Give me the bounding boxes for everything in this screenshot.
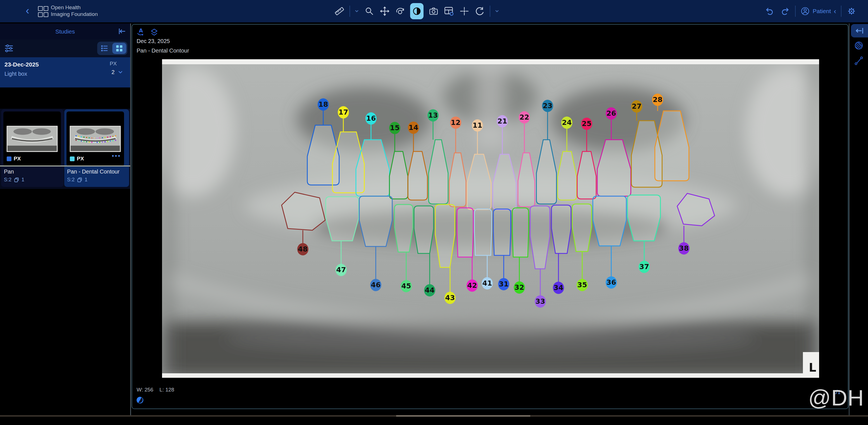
window-level-contrast-tool[interactable] (410, 3, 424, 19)
tooth-label-21[interactable]: 21 (497, 115, 508, 127)
tooth-label-26[interactable]: 26 (606, 107, 617, 120)
segmentation-sphere-icon[interactable] (854, 41, 864, 50)
svg-text:41: 41 (483, 279, 492, 287)
measure-ruler-icon[interactable] (334, 6, 345, 17)
filter-sliders-icon[interactable] (4, 43, 14, 53)
modality-color-square (7, 156, 11, 161)
tooth-label-12[interactable]: 12 (450, 117, 461, 129)
svg-text:28: 28 (653, 96, 663, 104)
tooth-label-37[interactable]: 37 (639, 261, 650, 273)
view-toggle-group (97, 42, 127, 55)
study-series-count: 2 (112, 69, 115, 75)
collapse-panel-icon[interactable] (118, 27, 126, 35)
tooth-label-48[interactable]: 48 (297, 243, 308, 255)
zoom-magnifier-icon[interactable] (364, 6, 375, 17)
svg-text:13: 13 (428, 111, 438, 119)
list-view-button[interactable] (98, 43, 111, 54)
tooth-label-46[interactable]: 46 (370, 279, 381, 291)
level-value: L: 128 (159, 387, 174, 393)
tooth-label-22[interactable]: 22 (519, 111, 530, 123)
tooth-label-27[interactable]: 27 (631, 100, 642, 113)
thumbnail-list: PX Pan S:2 1 (0, 109, 130, 189)
reset-cycle-icon[interactable] (474, 6, 485, 17)
patient-menu-button[interactable]: Patient ‹ (800, 6, 836, 16)
svg-text:45: 45 (401, 282, 411, 290)
viewport-series-title: Pan - Dental Contour (136, 48, 189, 54)
redo-icon[interactable] (780, 6, 790, 17)
image-viewport[interactable]: L 18171615141312112122232425262728484746… (132, 24, 848, 409)
xray-image: L 18171615141312112122232425262728484746… (132, 25, 848, 408)
tooth-label-33[interactable]: 33 (535, 295, 546, 308)
thumbnail-image-card[interactable]: PX (66, 112, 124, 166)
rotate-3d-icon[interactable] (395, 6, 405, 17)
sidebar-resize-gutter[interactable] (130, 24, 131, 416)
instances-count: 1 (85, 177, 88, 183)
expand-panel-button[interactable] (851, 24, 868, 37)
crosshairs-icon[interactable] (459, 6, 470, 17)
thumbnail-pan-dental-contour[interactable]: PX Pan - Dental Contour S:2 1 (64, 109, 129, 187)
tooth-label-15[interactable]: 15 (389, 122, 400, 134)
tooth-label-18[interactable]: 18 (318, 98, 329, 111)
tooth-label-43[interactable]: 43 (444, 292, 456, 304)
tooth-label-11[interactable]: 11 (472, 119, 483, 131)
tooth-label-14[interactable]: 14 (408, 122, 419, 134)
tooth-label-23[interactable]: 23 (542, 100, 553, 112)
thumbnail-xray-image-annotated (69, 125, 121, 152)
layout-grid-settings-icon[interactable] (444, 6, 454, 17)
svg-text:12: 12 (451, 119, 461, 127)
more-dots-icon[interactable] (111, 154, 121, 158)
tooth-label-31[interactable]: 31 (498, 278, 509, 290)
tooth-label-41[interactable]: 41 (482, 277, 493, 290)
viewport-corner-icons: A (136, 27, 159, 37)
svg-text:22: 22 (520, 113, 529, 121)
study-list-item[interactable]: 23-Dec-2025 Light box PX 2 (0, 57, 130, 87)
tooth-label-38[interactable]: 38 (678, 242, 689, 254)
logo-line2: Imaging Foundation (51, 11, 98, 18)
tooth-label-36[interactable]: 36 (606, 276, 617, 289)
reset-dropdown-chevron-icon[interactable] (495, 9, 499, 13)
thumbnail-pan[interactable]: PX Pan S:2 1 (1, 109, 64, 187)
tooth-label-44[interactable]: 44 (424, 284, 435, 297)
watermark-text: @DH (808, 385, 864, 411)
tooth-label-25[interactable]: 25 (581, 118, 592, 130)
grid-view-button[interactable] (112, 43, 126, 54)
tooth-label-42[interactable]: 42 (467, 279, 478, 292)
tooth-label-24[interactable]: 24 (561, 117, 572, 129)
pan-move-icon[interactable] (379, 6, 390, 17)
thumbnail-series-info: S:2 1 (4, 177, 24, 183)
probe-line-icon[interactable] (854, 56, 864, 65)
settings-gear-icon[interactable] (846, 6, 857, 17)
svg-text:27: 27 (632, 102, 642, 110)
study-description: Light box (4, 71, 27, 77)
window-level-contrast-icon[interactable] (136, 396, 144, 404)
instances-copy-icon (77, 177, 83, 183)
back-chevron-icon[interactable]: ‹ (26, 4, 29, 17)
tooth-label-13[interactable]: 13 (428, 109, 439, 122)
instances-count: 1 (22, 177, 24, 183)
svg-text:18: 18 (318, 100, 328, 109)
tooth-label-34[interactable]: 34 (553, 282, 564, 294)
toolbar-divider (490, 6, 490, 17)
tooth-label-17[interactable]: 17 (338, 106, 349, 119)
tooth-label-32[interactable]: 32 (514, 281, 525, 294)
auto-annotation-icon[interactable]: A (136, 27, 146, 37)
thumbnail-image-card[interactable]: PX (3, 112, 61, 166)
panel-resize-divider[interactable] (0, 165, 131, 166)
app-grid-logo-icon[interactable] (38, 6, 48, 17)
tooth-label-16[interactable]: 16 (365, 112, 377, 125)
tooth-label-35[interactable]: 35 (577, 279, 588, 291)
svg-text:38: 38 (679, 244, 689, 252)
study-date: 23-Dec-2025 (4, 61, 39, 68)
patient-label: Patient (813, 8, 831, 14)
chevron-down-icon[interactable] (118, 69, 123, 74)
svg-text:14: 14 (409, 123, 418, 131)
measure-dropdown-chevron-icon[interactable] (355, 9, 359, 13)
tooth-label-47[interactable]: 47 (336, 264, 347, 276)
undo-icon[interactable] (764, 6, 775, 17)
capture-camera-icon[interactable] (428, 6, 439, 17)
layers-stack-icon[interactable] (150, 27, 159, 37)
tooth-label-28[interactable]: 28 (652, 94, 663, 106)
modality-color-square (70, 156, 74, 161)
tooth-label-45[interactable]: 45 (401, 280, 412, 292)
top-bar: ‹ Open Health Imaging Foundation (0, 0, 868, 22)
